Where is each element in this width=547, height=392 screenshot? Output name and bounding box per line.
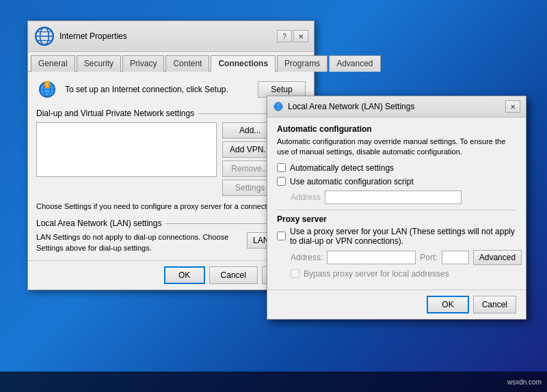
auto-config-title: Automatic configuration <box>277 124 516 134</box>
taskbar-label: wsxdn.com <box>507 378 542 386</box>
divider <box>277 210 516 210</box>
proxy-checkbox-label: Use a proxy server for your LAN (These s… <box>290 227 516 246</box>
lan-info: LAN Settings do not apply to dial-up con… <box>36 232 306 253</box>
proxy-addr-row: Address: Port: 80 Advanced <box>291 250 516 265</box>
tab-content[interactable]: Content <box>165 55 209 72</box>
address-field-label: Address <box>291 193 321 202</box>
auto-detect-label: Automatically detect settings <box>290 163 394 173</box>
lan-settings-dialog: Local Area Network (LAN) Settings ✕ Auto… <box>267 96 526 320</box>
cancel-button[interactable]: Cancel <box>209 266 258 284</box>
lan-close-button[interactable]: ✕ <box>505 100 520 113</box>
help-button[interactable]: ? <box>277 30 292 42</box>
setup-text: To set up an Internet connection, click … <box>65 85 251 94</box>
advanced-proxy-button[interactable]: Advanced <box>473 250 522 265</box>
vpn-listbox[interactable] <box>36 122 217 177</box>
tab-general[interactable]: General <box>31 55 75 72</box>
auto-script-label: Use automatic configuration script <box>290 177 414 186</box>
lan-titlebar-controls: ✕ <box>505 100 520 113</box>
svg-text:!: ! <box>46 83 48 87</box>
setup-section: ! To set up an Internet connection, clic… <box>36 79 306 100</box>
proxy-address-input[interactable] <box>327 251 416 264</box>
proxy-section-title: Proxy server <box>277 214 516 224</box>
inet-dialog-title: Internet Properties <box>59 31 127 41</box>
lan-cancel-button[interactable]: Cancel <box>473 296 516 313</box>
bypass-label: Bypass proxy server for local addresses <box>304 269 449 279</box>
vpn-row: Add... Add VPN... Remove... Settings <box>36 122 306 196</box>
vpn-section-label: Dial-up and Virtual Private Network sett… <box>36 109 306 118</box>
lan-dialog-title: Local Area Network (LAN) Settings <box>288 102 414 111</box>
proxy-checkbox[interactable] <box>277 232 286 240</box>
auto-script-row: Use automatic configuration script <box>277 177 516 186</box>
auto-detect-checkbox[interactable] <box>277 163 286 172</box>
titlebar-controls: ? ✕ <box>277 30 308 42</box>
close-button[interactable]: ✕ <box>293 30 308 42</box>
lan-ok-button[interactable]: OK <box>427 296 468 313</box>
proxy-checkbox-row: Use a proxy server for your LAN (These s… <box>277 227 516 246</box>
inet-titlebar: Internet Properties ? ✕ <box>28 21 314 52</box>
tab-privacy[interactable]: Privacy <box>122 55 164 72</box>
proxy-info-text: Choose Settings if you need to configure… <box>36 201 306 212</box>
lan-titlebar: Local Area Network (LAN) Settings ✕ <box>267 96 526 117</box>
ok-button[interactable]: OK <box>164 266 205 284</box>
tab-connections[interactable]: Connections <box>211 55 276 72</box>
tab-programs[interactable]: Programs <box>277 55 328 72</box>
bypass-row: Bypass proxy server for local addresses <box>291 269 516 279</box>
lan-dialog-content: Automatic configuration Automatic config… <box>267 117 526 290</box>
tab-security[interactable]: Security <box>77 55 121 72</box>
titlebar-left: Internet Properties <box>34 25 127 47</box>
lan-text: LAN Settings do not apply to dial-up con… <box>36 232 241 253</box>
lan-section-label: Local Area Network (LAN) settings <box>36 219 306 228</box>
auto-detect-row: Automatically detect settings <box>277 163 516 173</box>
lan-dialog-footer: OK Cancel <box>267 290 526 319</box>
address-input[interactable] <box>325 191 462 204</box>
bypass-checkbox[interactable] <box>291 269 299 278</box>
tabs-bar: General Security Privacy Content Connect… <box>28 52 314 72</box>
address-field-row: Address <box>291 191 516 204</box>
lan-titlebar-left: Local Area Network (LAN) Settings <box>273 101 414 112</box>
taskbar: wsxdn.com <box>0 372 547 392</box>
auto-script-checkbox[interactable] <box>277 177 286 186</box>
lan-icon <box>273 101 284 112</box>
tab-advanced[interactable]: Advanced <box>329 55 380 72</box>
setup-icon: ! <box>36 79 58 100</box>
lan-section: Local Area Network (LAN) settings LAN Se… <box>36 219 306 253</box>
proxy-port-label: Port: <box>420 253 437 262</box>
proxy-address-label: Address: <box>291 253 323 262</box>
proxy-port-input[interactable]: 80 <box>442 251 469 264</box>
auto-config-desc: Automatic configuration may override man… <box>277 137 516 158</box>
globe-icon <box>34 25 55 47</box>
